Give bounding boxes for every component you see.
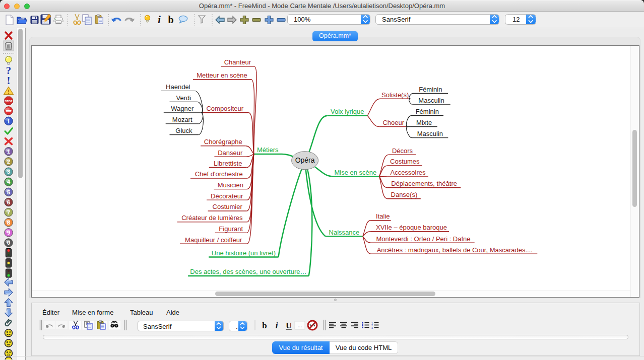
svg-text:Danseur: Danseur: [218, 149, 243, 157]
svg-text:Une histoire (un livret): Une histoire (un livret): [212, 249, 276, 257]
svg-text:Soliste(s): Soliste(s): [381, 91, 409, 99]
svg-text:Musicien: Musicien: [218, 181, 243, 189]
svg-text:Costumes: Costumes: [390, 158, 420, 166]
svg-text:Chorégraphe: Chorégraphe: [204, 138, 242, 146]
svg-text:Figurant: Figurant: [219, 225, 243, 233]
svg-text:4: 4: [7, 179, 11, 185]
svg-text:1: 1: [7, 149, 11, 155]
svg-text:Mozart: Mozart: [172, 116, 192, 123]
svg-text:i: i: [276, 321, 278, 330]
svg-text:STOP: STOP: [5, 100, 12, 103]
svg-text:Ancêtres : madrigaux, ballets: Ancêtres : madrigaux, ballets de Cour, M…: [377, 246, 533, 254]
svg-text:5: 5: [7, 189, 11, 195]
svg-text:Mixte: Mixte: [416, 119, 432, 126]
svg-text:0: 0: [7, 240, 10, 246]
svg-text:Déplacements, théâtre: Déplacements, théâtre: [391, 180, 457, 188]
svg-text:Féminin: Féminin: [419, 86, 442, 93]
svg-text:Masculin: Masculin: [417, 130, 443, 137]
svg-text:2: 2: [7, 159, 10, 165]
svg-text:Maquilleur / coiffeur: Maquilleur / coiffeur: [185, 236, 242, 244]
svg-text:i: i: [158, 14, 161, 25]
svg-text:8: 8: [7, 220, 11, 226]
svg-text:Metteur en scène: Metteur en scène: [197, 71, 247, 79]
svg-text:6: 6: [7, 199, 10, 205]
svg-text:Chanteur: Chanteur: [224, 59, 251, 66]
svg-text:Masculin: Masculin: [419, 97, 444, 104]
svg-text:Naissance: Naissance: [329, 229, 360, 236]
svg-text:Des actes, des scènes, une ouv: Des actes, des scènes, une ouverture…: [190, 268, 306, 276]
svg-text:!: !: [8, 89, 10, 95]
svg-text:Féminin: Féminin: [416, 108, 439, 115]
svg-text:Librettiste: Librettiste: [214, 160, 242, 167]
svg-text:Compositeur: Compositeur: [207, 105, 244, 112]
svg-text:...: ...: [297, 322, 302, 328]
svg-text:Métiers: Métiers: [257, 147, 279, 154]
svg-text:Verdi: Verdi: [176, 94, 191, 102]
svg-text:U: U: [286, 321, 292, 330]
svg-text:3: 3: [7, 169, 10, 175]
svg-text:Monteverdi : Orfeo / Peri : Da: Monteverdi : Orfeo / Peri : Dafne: [376, 235, 471, 243]
svg-text:XVIIe – époque baroque: XVIIe – époque baroque: [376, 224, 447, 231]
svg-text:!: !: [7, 75, 11, 87]
svg-text:i: i: [8, 117, 10, 125]
svg-text:Danse(s): Danse(s): [391, 191, 418, 198]
svg-text:Wagner: Wagner: [171, 105, 194, 112]
svg-text:Créateur de lumières: Créateur de lumières: [181, 214, 243, 222]
svg-text:Costumier: Costumier: [213, 203, 243, 211]
svg-text:9: 9: [7, 230, 10, 236]
svg-text:3: 3: [371, 326, 373, 329]
svg-text:Haendel: Haendel: [166, 83, 190, 91]
svg-text:Accessoires: Accessoires: [391, 169, 426, 177]
svg-text:Voix lyrique: Voix lyrique: [331, 108, 364, 115]
svg-text:Décorateur: Décorateur: [211, 192, 243, 200]
svg-text:Mise en scène: Mise en scène: [335, 169, 377, 176]
svg-text:b: b: [168, 14, 173, 25]
svg-text:Chef d'orchestre: Chef d'orchestre: [195, 171, 243, 178]
svg-text:Italie: Italie: [376, 212, 390, 220]
svg-text:Gluck: Gluck: [175, 127, 192, 134]
svg-text:Décors: Décors: [392, 147, 413, 155]
svg-text:Choeur: Choeur: [383, 119, 405, 126]
svg-text:b: b: [262, 321, 267, 330]
svg-text:7: 7: [7, 209, 10, 215]
svg-text:Opéra: Opéra: [295, 157, 315, 165]
